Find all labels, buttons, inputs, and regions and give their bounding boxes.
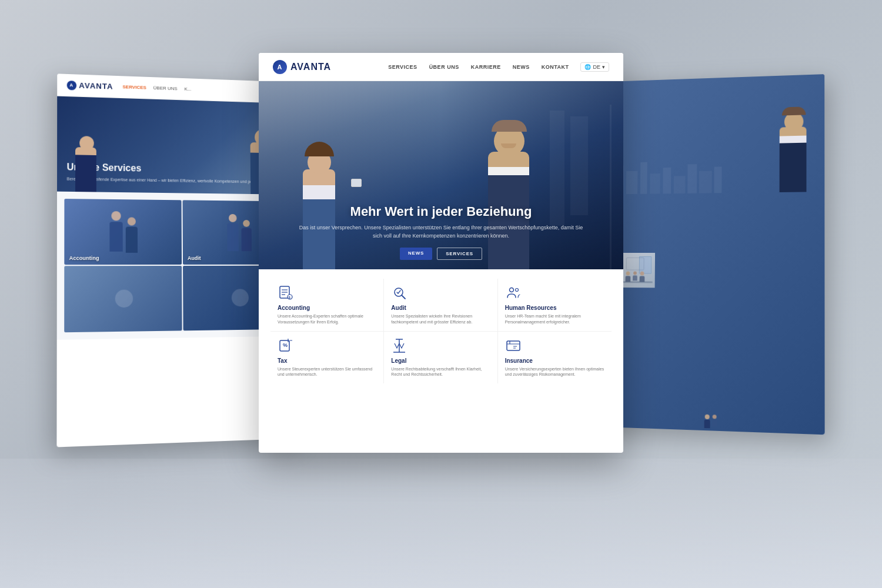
center-insurance-title: Insurance <box>505 358 604 364</box>
center-logo: A AVANTA <box>273 60 331 74</box>
center-audit-title: Audit <box>391 305 490 311</box>
center-hr-title: Human Resources <box>505 305 604 311</box>
center-services-grid: $ Accounting Unsere Accounting-Experten … <box>259 269 623 393</box>
center-nav-ueber[interactable]: ÜBER UNS <box>429 64 459 70</box>
center-brand-name: AVANTA <box>290 62 331 72</box>
right-card: A AVANTA NEWS KONTAKT 🌐 DE ▾ <box>602 74 825 435</box>
center-btn-news[interactable]: NEWS <box>400 248 432 260</box>
left-thumb-accounting-label: Accounting <box>69 255 99 261</box>
center-hero-text: Mehr Wert in jeder Beziehung Das ist uns… <box>259 204 623 240</box>
center-insurance-desc: Unsere Versicherungsexperten bieten Ihne… <box>505 366 604 378</box>
center-audit-desc: Unsere Spezialisten wickeln Ihre Revisio… <box>391 313 490 325</box>
left-brand-name: AVANTA <box>79 81 113 91</box>
center-accounting-title: Accounting <box>278 305 376 311</box>
svg-line-9 <box>398 290 400 293</box>
left-thumb-audit-label: Audit <box>188 255 201 261</box>
center-logo-icon: A <box>273 60 287 74</box>
center-hero: Mehr Wert in jeder Beziehung Das ist uns… <box>259 81 623 269</box>
center-lang-text: DE <box>593 64 600 70</box>
center-tax-title: Tax <box>278 358 376 364</box>
center-audit-icon <box>391 285 407 301</box>
left-service-accounting[interactable]: Accounting <box>64 199 182 265</box>
center-nav-news[interactable]: NEWS <box>513 64 530 70</box>
center-accounting-desc: Unsere Accounting-Experten schaffen opti… <box>278 313 376 325</box>
center-nav-karriere[interactable]: KARRIERE <box>471 64 501 70</box>
right-news-section: 📅 November 2023 ...zählen zu Verwaltungs… <box>603 192 824 307</box>
svg-line-7 <box>402 295 405 299</box>
left-nav-services[interactable]: SERVICES <box>123 84 146 90</box>
center-hero-subtext: Das ist unser Versprechen. Unsere Spezia… <box>294 224 588 240</box>
left-nav-links: SERVICES ÜBER UNS K... <box>123 84 192 92</box>
center-service-legal[interactable]: Legal Unsere Rechtsabteilung verschafft … <box>384 332 497 384</box>
center-btn-services[interactable]: SERVICES <box>437 248 482 260</box>
center-service-tax[interactable]: % Tax Unsere Steuerexperten unterstützen… <box>270 332 384 384</box>
left-nav-ueber[interactable]: ÜBER UNS <box>153 85 178 91</box>
center-service-insurance[interactable]: Insurance Unsere Versicherungsexperten b… <box>498 332 612 384</box>
center-card: A AVANTA SERVICES ÜBER UNS KARRIERE NEWS… <box>259 53 623 453</box>
center-tax-desc: Unsere Steuerexperten unterstützen Sie u… <box>278 366 376 378</box>
center-service-audit[interactable]: Audit Unsere Spezialisten wickeln Ihre R… <box>384 279 497 332</box>
svg-point-11 <box>515 289 518 292</box>
center-insurance-icon <box>505 338 522 354</box>
center-lang-label: 🌐 <box>584 64 591 70</box>
center-service-hr[interactable]: Human Resources Unser HR-Team macht Sie … <box>498 279 612 332</box>
center-nav: A AVANTA SERVICES ÜBER UNS KARRIERE NEWS… <box>259 53 623 81</box>
center-lang-chevron: ▾ <box>602 64 605 70</box>
svg-rect-19 <box>507 341 520 350</box>
center-legal-desc: Unsere Rechtsabteilung verschafft Ihnen … <box>391 366 490 378</box>
center-hero-buttons: NEWS SERVICES <box>259 248 623 260</box>
center-lang-selector[interactable]: 🌐 DE ▾ <box>580 62 609 72</box>
center-hr-icon <box>505 285 522 301</box>
center-accounting-icon: $ <box>278 285 294 301</box>
left-service-hr[interactable] <box>64 266 182 332</box>
center-legal-title: Legal <box>391 358 490 364</box>
left-logo-icon: A <box>67 80 76 90</box>
center-hr-desc: Unser HR-Team macht Sie mit integralem P… <box>505 313 604 325</box>
right-news-item-1[interactable]: 📅 November 2023 ...zählen zu Verwaltungs… <box>611 198 816 243</box>
svg-text:%: % <box>283 342 288 348</box>
svg-point-10 <box>509 288 513 292</box>
center-nav-services[interactable]: SERVICES <box>388 64 417 70</box>
center-nav-links: SERVICES ÜBER UNS KARRIERE NEWS KONTAKT <box>388 64 569 70</box>
center-tax-icon: % <box>278 338 294 354</box>
left-nav-k: K... <box>184 86 191 92</box>
center-legal-icon <box>391 338 407 354</box>
center-service-accounting[interactable]: $ Accounting Unsere Accounting-Experten … <box>270 279 384 332</box>
left-logo: A AVANTA <box>67 80 113 91</box>
center-nav-kontakt[interactable]: KONTAKT <box>542 64 569 70</box>
center-hero-headline: Mehr Wert in jeder Beziehung <box>294 204 588 219</box>
